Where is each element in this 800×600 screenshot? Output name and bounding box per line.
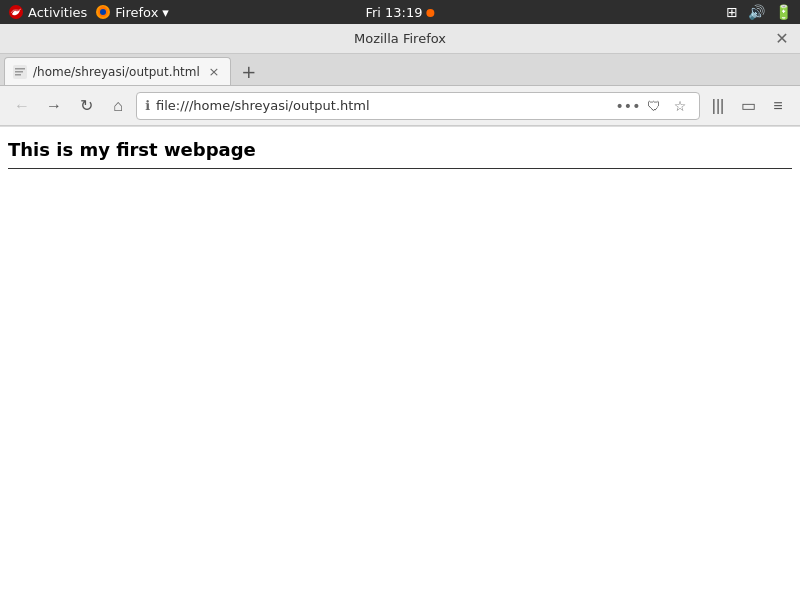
- activities-label: Activities: [28, 5, 87, 20]
- sidebar-button[interactable]: ▭: [734, 92, 762, 120]
- url-text: file:///home/shreyasi/output.html: [156, 98, 611, 113]
- tab-favicon-icon: [13, 65, 27, 79]
- site-info-icon[interactable]: ℹ: [145, 98, 150, 113]
- menu-button[interactable]: ≡: [764, 92, 792, 120]
- forward-button[interactable]: →: [40, 92, 68, 120]
- nav-bar: ← → ↻ ⌂ ℹ file:///home/shreyasi/output.h…: [0, 86, 800, 126]
- window-close-button[interactable]: ✕: [774, 31, 790, 47]
- firefox-taskbar-button[interactable]: Firefox ▾: [95, 4, 169, 20]
- browser-tab[interactable]: /home/shreyasi/output.html ×: [4, 57, 231, 85]
- back-button[interactable]: ←: [8, 92, 36, 120]
- battery-icon[interactable]: 🔋: [775, 4, 792, 20]
- browser-window: Mozilla Firefox ✕ /home/shreyasi/output.…: [0, 24, 800, 600]
- clock-text: Fri 13:19: [365, 5, 434, 20]
- volume-icon[interactable]: 🔊: [748, 4, 765, 20]
- url-bar[interactable]: ℹ file:///home/shreyasi/output.html ••• …: [136, 92, 700, 120]
- firefox-icon: [95, 4, 111, 20]
- system-tray: ⊞ 🔊 🔋: [726, 4, 792, 20]
- new-tab-button[interactable]: +: [235, 57, 263, 85]
- activities-button[interactable]: Activities: [8, 4, 87, 20]
- svg-rect-4: [15, 68, 25, 70]
- pocket-button[interactable]: 🛡: [643, 95, 665, 117]
- svg-rect-6: [15, 74, 21, 76]
- home-button[interactable]: ⌂: [104, 92, 132, 120]
- reload-button[interactable]: ↻: [72, 92, 100, 120]
- window-title: Mozilla Firefox: [26, 31, 774, 46]
- url-actions: ••• 🛡 ☆: [617, 95, 691, 117]
- page-heading: This is my first webpage: [8, 139, 792, 169]
- notification-dot: [427, 9, 435, 17]
- page-content-area: This is my first webpage: [0, 126, 800, 600]
- firefox-dropdown-arrow: ▾: [162, 5, 169, 20]
- system-bar: Activities Firefox ▾ Fri 13:19 ⊞ 🔊 🔋: [0, 0, 800, 24]
- bookmark-button[interactable]: ☆: [669, 95, 691, 117]
- tab-title: /home/shreyasi/output.html: [33, 65, 200, 79]
- system-bar-left: Activities Firefox ▾: [8, 4, 169, 20]
- firefox-label: Firefox: [115, 5, 158, 20]
- title-bar: Mozilla Firefox ✕: [0, 24, 800, 54]
- svg-rect-5: [15, 71, 23, 73]
- clock: Fri 13:19: [365, 5, 434, 20]
- tab-bar: /home/shreyasi/output.html × +: [0, 54, 800, 86]
- redhat-icon: [8, 4, 24, 20]
- svg-point-2: [100, 9, 106, 15]
- nav-right-buttons: ||| ▭ ≡: [704, 92, 792, 120]
- network-icon[interactable]: ⊞: [726, 4, 738, 20]
- library-button[interactable]: |||: [704, 92, 732, 120]
- tab-close-button[interactable]: ×: [206, 64, 222, 80]
- url-more-button[interactable]: •••: [617, 95, 639, 117]
